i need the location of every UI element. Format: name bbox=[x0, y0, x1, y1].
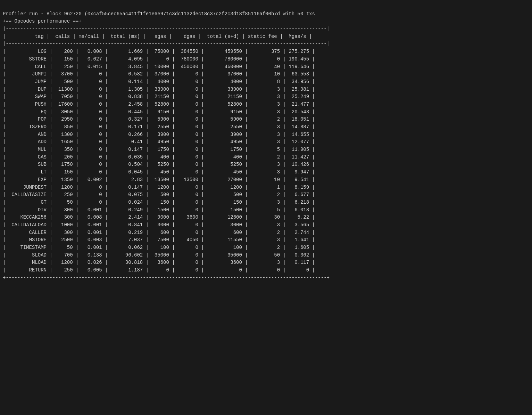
table-row: | CALL | 250 | 0.015 | 3.845 | 10000 | 4… bbox=[3, 64, 315, 70]
table-row: | KECCAK256 | 300 | 0.008 | 2.414 | 9000… bbox=[3, 214, 315, 220]
table-row: | LT | 150 | 0 | 0.045 | 450 | 0 | 450 |… bbox=[3, 169, 315, 175]
table-row: | DIV | 300 | 0.001 | 0.249 | 1500 | 0 |… bbox=[3, 207, 315, 213]
table-row: | AND | 1300 | 0 | 0.266 | 3900 | 0 | 39… bbox=[3, 132, 315, 137]
table-row: | POP | 2950 | 0 | 0.327 | 5900 | 0 | 59… bbox=[3, 116, 315, 122]
table-row: | MLOAD | 1200 | 0.026 | 30.818 | 3600 |… bbox=[3, 260, 315, 265]
opcodes-header: +== Opcodes performance ==+ bbox=[3, 18, 82, 24]
table-row: | GAS | 200 | 0 | 0.035 | 400 | 0 | 400 … bbox=[3, 154, 315, 160]
table-row: | MUL | 350 | 0 | 0.147 | 1750 | 0 | 175… bbox=[3, 147, 315, 152]
table-row: | JUMPI | 3700 | 0 | 0.582 | 37000 | 0 |… bbox=[3, 71, 315, 77]
table-row: | CALLDATASIZE | 250 | 0 | 0.075 | 500 |… bbox=[3, 192, 315, 197]
table-row: | CALLDATALOAD | 1000 | 0.001 | 0.841 | … bbox=[3, 222, 315, 228]
table-row: | EQ | 3050 | 0 | 0.445 | 9150 | 0 | 915… bbox=[3, 109, 315, 115]
table-row: | LOG | 200 | 0.008 | 1.669 | 75000 | 38… bbox=[3, 49, 315, 54]
column-header: | tag | calls | ms/call | total (ms) | s… bbox=[3, 34, 312, 39]
table-row: | TIMESTAMP | 50 | 0.001 | 0.062 | 100 |… bbox=[3, 245, 315, 250]
table-row: | SSTORE | 150 | 0.027 | 4.095 | 0 | 780… bbox=[3, 56, 315, 62]
terminal-output: Profiler run - Block 962720 (0xcaf55cec6… bbox=[3, 3, 529, 289]
separator-mid: |---------------------------------------… bbox=[3, 41, 330, 47]
table-row: | PUSH | 17600 | 0 | 2.458 | 52800 | 0 |… bbox=[3, 101, 315, 107]
table-row: | JUMP | 500 | 0 | 0.114 | 4000 | 0 | 40… bbox=[3, 79, 315, 84]
table-row: | MSTORE | 2500 | 0.003 | 7.037 | 7500 |… bbox=[3, 237, 315, 243]
table-row: | GT | 50 | 0 | 0.024 | 150 | 0 | 150 | … bbox=[3, 200, 315, 205]
table-row: | RETURN | 250 | 0.005 | 1.187 | 0 | 0 |… bbox=[3, 267, 315, 273]
table-row: | SUB | 1750 | 0 | 0.504 | 5250 | 0 | 52… bbox=[3, 162, 315, 167]
table-row: | SLOAD | 700 | 0.138 | 96.602 | 35000 |… bbox=[3, 252, 315, 258]
table-row: | JUMPDEST | 1200 | 0 | 0.147 | 1200 | 0… bbox=[3, 185, 315, 190]
separator-bot: +---------------------------------------… bbox=[3, 275, 330, 280]
table-row: | EXP | 1350 | 0.002 | 2.83 | 13500 | 13… bbox=[3, 177, 315, 182]
table-row: | ADD | 1650 | 0 | 0.41 | 4950 | 0 | 495… bbox=[3, 139, 315, 145]
table-row: | DUP | 11300 | 0 | 1.305 | 33900 | 0 | … bbox=[3, 87, 315, 92]
separator-top: |---------------------------------------… bbox=[3, 26, 330, 32]
table-row: | CALLER | 300 | 0.001 | 0.219 | 600 | 0… bbox=[3, 230, 315, 235]
profiler-title: Profiler run - Block 962720 (0xcaf55cec6… bbox=[3, 11, 315, 17]
table-row: | SWAP | 7050 | 0 | 0.838 | 21150 | 0 | … bbox=[3, 94, 315, 99]
table-row: | ISZERO | 850 | 0 | 0.171 | 2550 | 0 | … bbox=[3, 124, 315, 130]
